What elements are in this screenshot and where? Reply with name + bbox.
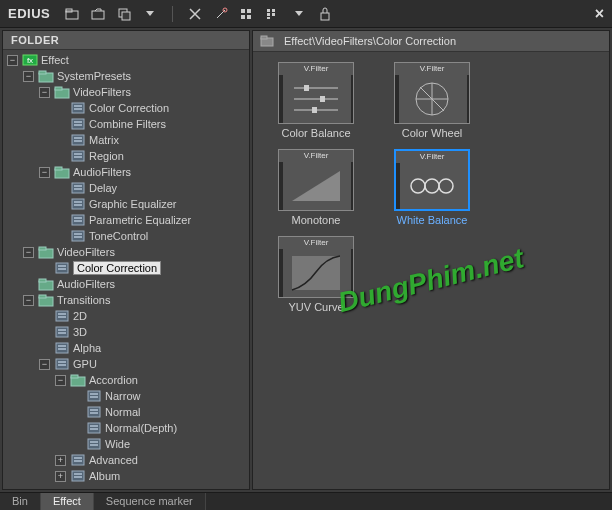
tree-node[interactable]: Graphic Equalizer — [7, 196, 249, 212]
dropdown-icon[interactable] — [142, 6, 158, 22]
tree-node[interactable]: Alpha — [7, 340, 249, 356]
svg-rect-90 — [261, 36, 267, 39]
thumb-label: Color Balance — [281, 127, 350, 139]
tree-label: Color Correction — [89, 102, 169, 114]
tree-node[interactable]: Normal(Depth) — [7, 420, 249, 436]
tree-node[interactable]: Combine Filters — [7, 116, 249, 132]
tree-node[interactable]: Color Correction — [7, 100, 249, 116]
tree-node[interactable]: Matrix — [7, 132, 249, 148]
collapse-icon[interactable]: − — [23, 295, 34, 306]
thumbnail-area: DungPhim.net V.FilterColor BalanceV.Filt… — [253, 52, 609, 489]
collapse-icon[interactable]: − — [39, 87, 50, 98]
fx-item-icon — [86, 421, 102, 435]
svg-rect-14 — [272, 13, 275, 16]
tree-node[interactable]: Normal — [7, 404, 249, 420]
tree-node[interactable]: −fxEffect — [7, 52, 249, 68]
tree-node[interactable]: −AudioFilters — [7, 164, 249, 180]
tree-node[interactable]: ToneControl — [7, 228, 249, 244]
tree-label: VideoFilters — [57, 246, 115, 258]
lock-icon[interactable] — [317, 6, 333, 22]
collapse-icon[interactable]: − — [7, 55, 18, 66]
svg-rect-88 — [74, 476, 82, 478]
tree-label: Graphic Equalizer — [89, 198, 176, 210]
thumb-icon: V.Filter — [394, 149, 470, 211]
list-small-icon[interactable] — [265, 6, 281, 22]
collapse-icon[interactable]: − — [23, 71, 34, 82]
tree-node[interactable]: Region — [7, 148, 249, 164]
fx-item-icon — [54, 341, 70, 355]
tree-node[interactable]: Parametric Equalizer — [7, 212, 249, 228]
tree-node[interactable]: 2D — [7, 308, 249, 324]
collapse-icon[interactable]: − — [55, 375, 66, 386]
app-name: EDIUS — [8, 6, 50, 21]
effect-thumb[interactable]: V.FilterColor Wheel — [377, 60, 487, 141]
tree-node[interactable]: −SystemPresets — [7, 68, 249, 84]
svg-rect-43 — [74, 217, 82, 219]
wand-icon[interactable] — [213, 6, 229, 22]
folder-icon[interactable] — [64, 6, 80, 22]
tree-label: ToneControl — [89, 230, 148, 242]
svg-rect-70 — [71, 375, 78, 378]
tree-node[interactable]: +Advanced — [7, 452, 249, 468]
tree-node[interactable]: −VideoFilters — [7, 84, 249, 100]
fx-item-icon — [70, 149, 86, 163]
svg-point-102 — [425, 179, 439, 193]
copy-icon[interactable] — [116, 6, 132, 22]
tree-node[interactable]: −GPU — [7, 356, 249, 372]
tree-node[interactable]: Delay — [7, 180, 249, 196]
tree-node[interactable]: −Accordion — [7, 372, 249, 388]
tab-effect[interactable]: Effect — [41, 493, 94, 510]
tab-sequence-marker[interactable]: Sequence marker — [94, 493, 206, 510]
cut-icon[interactable] — [187, 6, 203, 22]
svg-rect-41 — [74, 204, 82, 206]
tree-node[interactable]: −Transitions — [7, 292, 249, 308]
breadcrumb: Effect\VideoFilters\Color Correction — [284, 35, 456, 47]
tree-node[interactable]: Narrow — [7, 388, 249, 404]
collapse-icon[interactable]: − — [39, 359, 50, 370]
effect-thumb[interactable]: V.FilterColor Balance — [261, 60, 371, 141]
spacer — [39, 343, 50, 354]
spacer — [55, 135, 66, 146]
expand-icon[interactable]: + — [55, 471, 66, 482]
expand-icon[interactable]: + — [55, 455, 66, 466]
tree-node[interactable]: −VideoFilters — [7, 244, 249, 260]
tree-node[interactable]: +Album — [7, 468, 249, 484]
svg-rect-56 — [39, 295, 46, 298]
svg-rect-29 — [74, 137, 82, 139]
tree-node[interactable]: Color Correction — [7, 260, 249, 276]
effect-thumb[interactable]: V.FilterYUV Curve — [261, 234, 371, 315]
svg-point-103 — [439, 179, 453, 193]
tree-node[interactable]: Wide — [7, 436, 249, 452]
dropdown2-icon[interactable] — [291, 6, 307, 22]
tab-icon[interactable] — [90, 6, 106, 22]
svg-rect-76 — [90, 412, 98, 414]
toolbar — [64, 6, 333, 22]
list-large-icon[interactable] — [239, 6, 255, 22]
fx-item-icon — [70, 181, 86, 195]
fx-item-icon — [70, 229, 86, 243]
tree-label: AudioFilters — [57, 278, 115, 290]
svg-rect-35 — [55, 167, 62, 170]
folder-tree[interactable]: −fxEffect−SystemPresets−VideoFiltersColo… — [3, 50, 249, 489]
svg-rect-19 — [39, 71, 46, 74]
effect-thumb[interactable]: V.FilterWhite Balance — [377, 147, 487, 228]
content-panel: Effect\VideoFilters\Color Correction Dun… — [252, 30, 610, 490]
folder-icon — [38, 277, 54, 291]
fx-item-icon — [54, 325, 70, 339]
collapse-icon[interactable]: − — [23, 247, 34, 258]
svg-rect-21 — [55, 87, 62, 90]
folder-panel: FOLDER −fxEffect−SystemPresets−VideoFilt… — [2, 30, 250, 490]
tree-node[interactable]: AudioFilters — [7, 276, 249, 292]
svg-rect-52 — [58, 268, 66, 270]
svg-rect-9 — [247, 15, 251, 19]
thumb-badge: V.Filter — [279, 237, 353, 249]
tree-node[interactable]: 3D — [7, 324, 249, 340]
collapse-icon[interactable]: − — [39, 167, 50, 178]
tab-bin[interactable]: Bin — [0, 493, 41, 510]
close-icon[interactable]: × — [595, 5, 604, 23]
svg-rect-72 — [90, 393, 98, 395]
svg-rect-84 — [74, 457, 82, 459]
svg-rect-67 — [58, 361, 66, 363]
thumb-label: Monotone — [292, 214, 341, 226]
effect-thumb[interactable]: V.FilterMonotone — [261, 147, 371, 228]
